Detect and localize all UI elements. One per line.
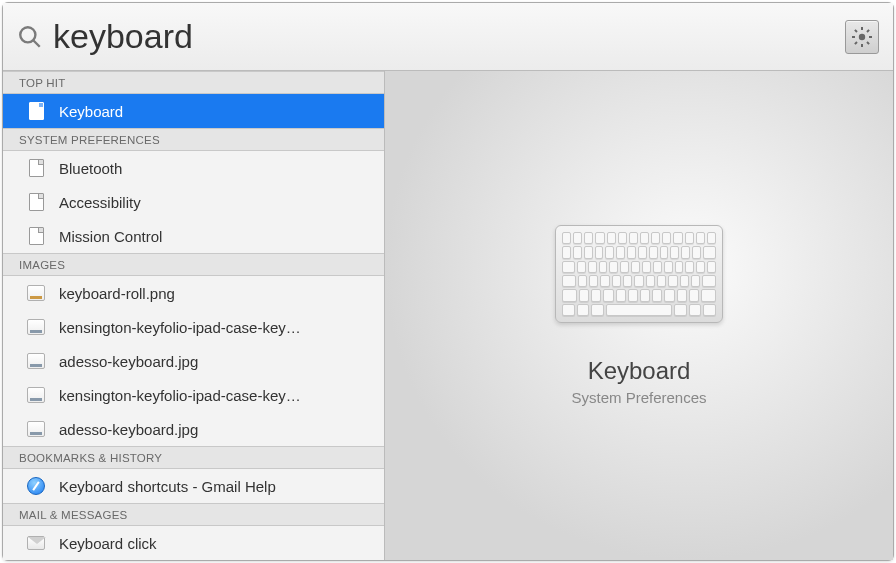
result-row[interactable]: keyboard-roll.png [3,276,384,310]
results-list[interactable]: TOP HITKeyboardSYSTEM PREFERENCESBluetoo… [3,71,385,560]
result-row[interactable]: Keyboard shortcuts - Gmail Help [3,469,384,503]
svg-point-0 [20,27,35,42]
image-jpeg-icon [27,318,45,336]
result-label: keyboard-roll.png [59,285,175,302]
image-jpeg-icon [27,352,45,370]
result-label: Bluetooth [59,160,122,177]
prefpane-icon [27,227,45,245]
result-row[interactable]: kensington-keyfolio-ipad-case-key… [3,310,384,344]
svg-point-1 [859,33,865,39]
spotlight-window: TOP HITKeyboardSYSTEM PREFERENCESBluetoo… [2,2,894,561]
result-label: kensington-keyfolio-ipad-case-key… [59,319,301,336]
result-row[interactable]: Keyboard click [3,526,384,560]
result-row[interactable]: adesso-keyboard.jpg [3,344,384,378]
result-label: Accessibility [59,194,141,211]
section-header-bookmarks-history: BOOKMARKS & HISTORY [3,446,384,469]
result-label: adesso-keyboard.jpg [59,353,198,370]
prefpane-icon [27,159,45,177]
keyboard-device-icon [555,225,723,323]
result-label: Keyboard [59,103,123,120]
result-label: Keyboard shortcuts - Gmail Help [59,478,276,495]
preview-pane: Keyboard System Preferences [385,71,893,560]
result-row[interactable]: Keyboard [3,94,384,128]
image-jpeg-icon [27,420,45,438]
section-header-top-hit: TOP HIT [3,71,384,94]
prefpane-icon [27,102,45,120]
result-row[interactable]: kensington-keyfolio-ipad-case-key… [3,378,384,412]
result-row[interactable]: Mission Control [3,219,384,253]
mail-icon [27,534,45,552]
section-header-mail-messages: MAIL & MESSAGES [3,503,384,526]
prefpane-icon [27,193,45,211]
search-icon [17,24,43,50]
preview-subtitle: System Preferences [571,389,706,406]
search-bar [3,3,893,71]
section-header-images: IMAGES [3,253,384,276]
section-header-system-preferences: SYSTEM PREFERENCES [3,128,384,151]
result-label: Keyboard click [59,535,157,552]
body: TOP HITKeyboardSYSTEM PREFERENCESBluetoo… [3,71,893,560]
system-preferences-icon[interactable] [845,20,879,54]
result-row[interactable]: adesso-keyboard.jpg [3,412,384,446]
result-label: kensington-keyfolio-ipad-case-key… [59,387,301,404]
image-png-icon [27,284,45,302]
result-row[interactable]: Bluetooth [3,151,384,185]
search-input[interactable] [43,17,845,56]
result-row[interactable]: Accessibility [3,185,384,219]
result-label: Mission Control [59,228,162,245]
preview-title: Keyboard [588,357,691,385]
result-label: adesso-keyboard.jpg [59,421,198,438]
safari-icon [27,477,45,495]
image-jpeg-icon [27,386,45,404]
